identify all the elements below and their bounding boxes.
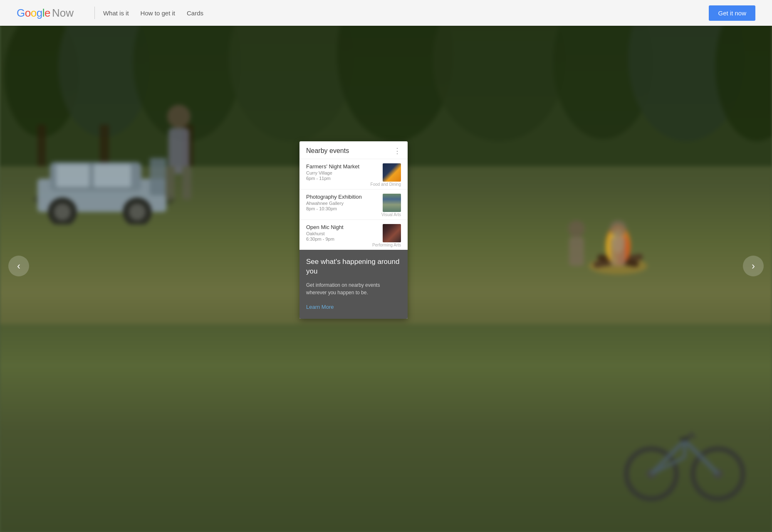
event-2-image — [383, 194, 401, 212]
card-bottom-description: Get information on nearby events whereve… — [306, 281, 401, 296]
event-3-location: Oakhurst — [306, 231, 379, 236]
nav-cards[interactable]: Cards — [187, 10, 203, 17]
header-divider — [94, 7, 95, 19]
event-item-3[interactable]: Open Mic Night Oakhurst 6:30pm - 9pm Per… — [299, 219, 408, 250]
event-1-category: Food and Dining — [371, 182, 401, 187]
card-bottom-section: See what's happening around you Get info… — [299, 250, 408, 319]
event-item-1[interactable]: Farmers' Night Market Curry Village 6pm … — [299, 159, 408, 189]
event-2-info: Photography Exhibition Ahwahnee Gallery … — [306, 194, 379, 213]
event-3-time: 6:30pm - 9pm — [306, 236, 379, 241]
learn-more-link[interactable]: Learn More — [306, 304, 334, 310]
event-1-info: Farmers' Night Market Curry Village 6pm … — [306, 163, 379, 182]
event-1-location: Curry Village — [306, 170, 379, 175]
logo: Google Now — [17, 7, 74, 20]
card-menu-button[interactable]: ⋮ — [393, 147, 401, 155]
left-chevron-icon: ‹ — [17, 260, 20, 272]
event-2-name: Photography Exhibition — [306, 194, 379, 200]
event-3-image — [383, 224, 401, 242]
event-2-category: Visual Arts — [381, 212, 401, 217]
event-2-time: 8pm - 10:30pm — [306, 206, 379, 211]
event-item-2[interactable]: Photography Exhibition Ahwahnee Gallery … — [299, 189, 408, 219]
nav-how-to-get-it[interactable]: How to get it — [141, 10, 175, 17]
event-3-category: Performing Arts — [372, 243, 401, 247]
event-3-name: Open Mic Night — [306, 224, 379, 230]
card-title: Nearby events — [306, 147, 349, 155]
get-it-now-button[interactable]: Get it now — [709, 5, 755, 21]
right-chevron-icon: › — [752, 260, 755, 272]
card-bottom-title: See what's happening around you — [306, 257, 401, 276]
logo-google-text: Google — [17, 7, 50, 20]
event-2-location: Ahwahnee Gallery — [306, 201, 379, 206]
card-header: Nearby events ⋮ — [299, 141, 408, 159]
event-1-name: Farmers' Night Market — [306, 163, 379, 170]
prev-arrow[interactable]: ‹ — [8, 256, 29, 276]
header: Google Now What is it How to get it Card… — [0, 0, 772, 26]
next-arrow[interactable]: › — [743, 256, 764, 276]
event-1-image — [383, 163, 401, 182]
logo-now-text: Now — [52, 7, 74, 20]
header-nav: What is it How to get it Cards — [103, 10, 709, 17]
event-1-time: 6pm - 11pm — [306, 176, 379, 181]
event-3-info: Open Mic Night Oakhurst 6:30pm - 9pm — [306, 224, 379, 243]
nearby-events-card: Nearby events ⋮ Farmers' Night Market Cu… — [299, 141, 408, 319]
nav-what-is-it[interactable]: What is it — [103, 10, 129, 17]
